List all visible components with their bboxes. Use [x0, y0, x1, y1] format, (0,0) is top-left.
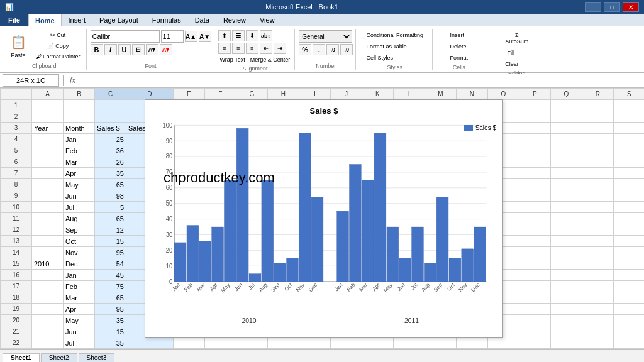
- cell-C3[interactable]: Sales $: [95, 123, 126, 134]
- cell-Q7[interactable]: [550, 168, 582, 179]
- fill-color-button[interactable]: A▾: [146, 44, 158, 55]
- cell-I23[interactable]: [299, 349, 330, 350]
- cell-K22[interactable]: [362, 337, 393, 349]
- cell-L23[interactable]: [393, 349, 425, 350]
- col-header-S[interactable]: S: [613, 89, 644, 100]
- cell-E22[interactable]: [173, 337, 204, 349]
- col-header-H[interactable]: H: [267, 89, 299, 100]
- cell-C20[interactable]: 35: [95, 315, 126, 326]
- cut-button[interactable]: ✂ Cut: [33, 30, 84, 40]
- cell-B22[interactable]: Jul: [64, 337, 95, 349]
- cell-A23[interactable]: [32, 349, 64, 350]
- cell-H22[interactable]: [267, 337, 299, 349]
- cell-A12[interactable]: [32, 224, 64, 236]
- cell-P3[interactable]: [519, 123, 550, 134]
- cell-B2[interactable]: [64, 111, 95, 123]
- cell-S2[interactable]: [613, 111, 644, 123]
- cell-R20[interactable]: [582, 315, 613, 326]
- cell-A10[interactable]: [32, 202, 64, 213]
- align-left-button[interactable]: ≡: [218, 43, 231, 54]
- cell-P15[interactable]: [519, 258, 550, 270]
- cell-A22[interactable]: [32, 337, 64, 349]
- cell-B23[interactable]: Aug: [64, 349, 95, 350]
- cell-A2[interactable]: [32, 111, 64, 123]
- tab-formulas[interactable]: Formulas: [145, 14, 188, 26]
- cell-B16[interactable]: Jan: [64, 270, 95, 281]
- cell-P19[interactable]: [519, 304, 550, 315]
- cell-P12[interactable]: [519, 224, 550, 236]
- indent-decrease-button[interactable]: ⇤: [260, 43, 272, 54]
- sheet-tab-1[interactable]: Sheet1: [3, 353, 40, 362]
- cell-C14[interactable]: 95: [95, 247, 126, 258]
- col-header-R[interactable]: R: [582, 89, 613, 100]
- format-cells-button[interactable]: Format: [447, 53, 471, 63]
- cell-B17[interactable]: Feb: [64, 281, 95, 292]
- cell-A15[interactable]: 2010: [32, 258, 64, 270]
- cell-Q9[interactable]: [550, 190, 582, 202]
- cell-A9[interactable]: [32, 190, 64, 202]
- cell-B18[interactable]: Mar: [64, 292, 95, 304]
- cell-A21[interactable]: [32, 326, 64, 337]
- cell-D23[interactable]: [126, 349, 174, 350]
- cell-S15[interactable]: [613, 258, 644, 270]
- font-grow-button[interactable]: A▲: [185, 31, 197, 42]
- cell-A6[interactable]: [32, 156, 64, 168]
- cell-C7[interactable]: 35: [95, 168, 126, 179]
- cell-R2[interactable]: [582, 111, 613, 123]
- font-size-input[interactable]: [161, 30, 184, 43]
- cell-Q23[interactable]: [550, 349, 582, 350]
- cell-S10[interactable]: [613, 202, 644, 213]
- cell-A14[interactable]: [32, 247, 64, 258]
- cell-P6[interactable]: [519, 156, 550, 168]
- border-button[interactable]: ⊟: [132, 44, 145, 55]
- cell-S22[interactable]: [613, 337, 644, 349]
- cell-R6[interactable]: [582, 156, 613, 168]
- comma-button[interactable]: ,: [313, 44, 325, 55]
- cell-S18[interactable]: [613, 292, 644, 304]
- cell-M23[interactable]: [425, 349, 456, 350]
- cell-C17[interactable]: 75: [95, 281, 126, 292]
- cell-B21[interactable]: Jun: [64, 326, 95, 337]
- cell-P10[interactable]: [519, 202, 550, 213]
- cell-R17[interactable]: [582, 281, 613, 292]
- cell-P7[interactable]: [519, 168, 550, 179]
- cell-A4[interactable]: [32, 134, 64, 145]
- cell-Q10[interactable]: [550, 202, 582, 213]
- cell-A3[interactable]: Year: [32, 123, 64, 134]
- cell-B5[interactable]: Feb: [64, 145, 95, 156]
- delete-cells-button[interactable]: Delete: [447, 41, 469, 52]
- cell-C8[interactable]: 65: [95, 179, 126, 190]
- cell-P17[interactable]: [519, 281, 550, 292]
- cell-R14[interactable]: [582, 247, 613, 258]
- cell-C12[interactable]: 12: [95, 224, 126, 236]
- cell-B8[interactable]: May: [64, 179, 95, 190]
- cell-P2[interactable]: [519, 111, 550, 123]
- cell-B4[interactable]: Jan: [64, 134, 95, 145]
- cell-Q14[interactable]: [550, 247, 582, 258]
- col-header-N[interactable]: N: [456, 89, 487, 100]
- cell-P8[interactable]: [519, 179, 550, 190]
- cell-A18[interactable]: [32, 292, 64, 304]
- cell-P13[interactable]: [519, 236, 550, 247]
- cell-A1[interactable]: [32, 100, 64, 111]
- percent-button[interactable]: %: [299, 44, 311, 55]
- cell-C13[interactable]: 15: [95, 236, 126, 247]
- cell-L22[interactable]: [393, 337, 425, 349]
- cell-C9[interactable]: 98: [95, 190, 126, 202]
- cell-B19[interactable]: Apr: [64, 304, 95, 315]
- cell-S11[interactable]: [613, 213, 644, 224]
- cell-A13[interactable]: [32, 236, 64, 247]
- cell-Q18[interactable]: [550, 292, 582, 304]
- cell-F22[interactable]: [204, 337, 236, 349]
- cell-B11[interactable]: Aug: [64, 213, 95, 224]
- tab-review[interactable]: Review: [216, 14, 253, 26]
- cell-S1[interactable]: [613, 100, 644, 111]
- tab-insert[interactable]: Insert: [62, 14, 93, 26]
- copy-button[interactable]: 📄 Copy: [33, 41, 84, 51]
- cell-P16[interactable]: [519, 270, 550, 281]
- cell-B6[interactable]: Mar: [64, 156, 95, 168]
- cell-F23[interactable]: [204, 349, 236, 350]
- cell-E23[interactable]: [173, 349, 204, 350]
- cell-R23[interactable]: [582, 349, 613, 350]
- cell-O22[interactable]: [487, 337, 519, 349]
